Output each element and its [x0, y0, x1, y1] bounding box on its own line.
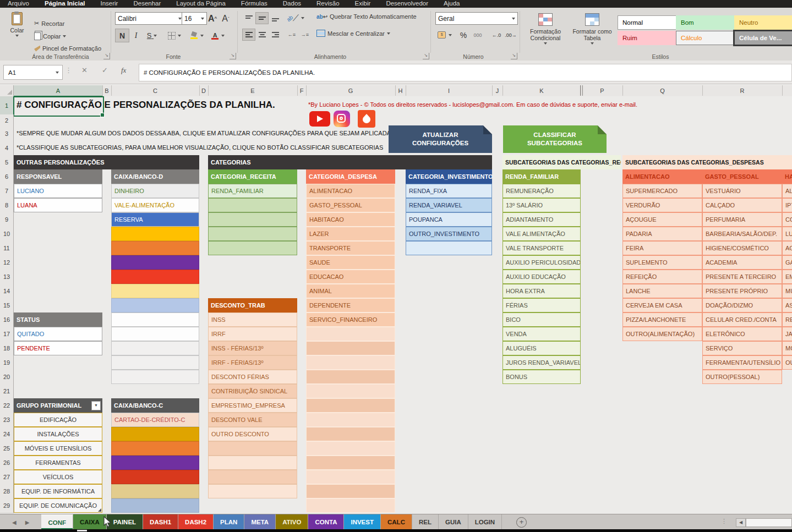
cell-K9[interactable]: ADIANTAMENTO [502, 212, 581, 227]
hscroll-left-icon[interactable]: ◀ [736, 518, 746, 527]
column-header-J[interactable]: J [492, 85, 503, 96]
cell-S12[interactable]: GÁ [782, 255, 792, 270]
font-name-combo[interactable]: Calibri [115, 12, 184, 25]
cell-R10[interactable]: BARBEARIA/SALÃO/DEP. [702, 227, 782, 241]
row-header-7[interactable]: 7 [0, 184, 14, 199]
cell-G11[interactable]: TRANSPORTE [306, 241, 395, 255]
cell-style-bom[interactable]: Bom [676, 15, 742, 30]
row-header-21[interactable]: 21 [0, 384, 14, 399]
cell-K6[interactable]: RENDA_FAMILIAR [502, 169, 581, 184]
new-sheet-button[interactable]: + [516, 517, 527, 528]
row-header-27[interactable]: 27 [0, 470, 14, 485]
cell-E11[interactable] [208, 241, 297, 255]
cell-E27[interactable] [208, 470, 297, 484]
decrease-indent-button[interactable]: ←≡ [285, 29, 298, 41]
cell-Q10[interactable]: PADARIA [622, 227, 702, 241]
row-header-24[interactable]: 24 [0, 427, 14, 442]
cell-C18[interactable] [111, 341, 199, 355]
cell-C20[interactable] [111, 370, 199, 384]
ribbon-tab-fórmulas[interactable]: Fórmulas [233, 0, 275, 8]
confirm-entry-icon[interactable]: ✓ [102, 66, 108, 74]
percent-style-button[interactable]: % [457, 29, 470, 41]
sheet-tab-meta[interactable]: META [244, 514, 276, 530]
cell-style-ruim[interactable]: Ruim [618, 31, 684, 45]
cell-S8[interactable]: IPT [782, 198, 792, 212]
classificar-subcategorias-button[interactable]: CLASSIFICARSUBCATEGORIAS [503, 125, 607, 153]
ribbon-tab-inserir[interactable]: Inserir [93, 0, 126, 8]
cell-K16[interactable]: BICO [502, 312, 581, 327]
cell-E22[interactable]: EMPRESTIMO_EMPRESA [208, 398, 297, 413]
filter-dropdown-icon[interactable]: ▼ [91, 401, 101, 410]
cell-S15[interactable]: ASS [782, 298, 792, 312]
cell-Q6[interactable]: ALIMENTACAO [622, 169, 702, 184]
cell-S14[interactable]: MU [782, 284, 792, 298]
bold-button[interactable]: N [115, 29, 129, 42]
row-header-1[interactable]: 1 [0, 96, 14, 115]
cell-E9[interactable] [208, 212, 297, 227]
horizontal-scrollbar[interactable] [746, 518, 792, 527]
cell-E18[interactable]: INSS - FÉRIAS/13º [208, 341, 297, 355]
cell-R14[interactable]: PRESENTE PRÓPRIO [702, 284, 782, 298]
cell-K10[interactable]: VALE ALIMENTAÇÃO [502, 227, 581, 241]
accounting-format-button[interactable]: $ [435, 29, 454, 41]
cell-I9[interactable]: POUPANCA [406, 212, 492, 227]
cell-R18[interactable]: SERVIÇO [702, 341, 782, 355]
grow-font-button[interactable]: A^ [206, 12, 219, 25]
wrap-text-button[interactable]: ab↩ Quebrar Texto Automaticamente [316, 13, 417, 20]
cell-R20[interactable]: OUTRO(PESSOAL) [702, 370, 782, 384]
sheet-tab-conta[interactable]: CONTA [308, 514, 344, 530]
column-header-G[interactable]: G [306, 85, 396, 96]
column-header-A[interactable]: A [14, 85, 103, 97]
cell-G12[interactable]: SAUDE [306, 255, 395, 270]
align-right-button[interactable] [269, 29, 282, 41]
align-bottom-button[interactable] [269, 12, 282, 24]
ribbon-tab-revisão[interactable]: Revisão [309, 0, 347, 8]
select-all-corner[interactable] [0, 85, 14, 96]
cell-E16[interactable]: INSS [208, 312, 297, 327]
cell-K8[interactable]: 13º SALÁRIO [502, 198, 581, 212]
cell-K20[interactable]: BONUS [502, 370, 581, 384]
selection-fill-handle[interactable] [100, 113, 105, 117]
cell-G25[interactable] [306, 441, 395, 456]
row-header-15[interactable]: 15 [0, 298, 14, 313]
number-format-combo[interactable]: Geral [435, 12, 518, 25]
cell-R12[interactable]: ACADEMIA [702, 255, 782, 270]
cell-E10[interactable] [208, 227, 297, 241]
cell-S6[interactable]: HA [782, 169, 792, 184]
cell-E15[interactable]: DESCONTO_TRAB [208, 298, 297, 312]
cell-R19[interactable]: FERRAMENTA/UTENSÍLIO [702, 355, 782, 370]
tab-scroll-left-icon[interactable]: ◀ [8, 514, 21, 530]
cell-G13[interactable]: EDUCACAO [306, 270, 395, 284]
cell-G10[interactable]: LAZER [306, 227, 395, 241]
cell-G23[interactable] [306, 413, 395, 427]
cell-Q13[interactable]: REFEIÇÃO [622, 270, 702, 284]
sheet-tab-rel[interactable]: REL [412, 514, 439, 530]
instagram-icon[interactable] [334, 111, 350, 127]
cell-C29[interactable] [111, 498, 199, 513]
underline-button[interactable]: S [143, 29, 161, 42]
cut-button[interactable]: ✂Recortar [34, 20, 64, 27]
cell-Q17[interactable]: OUTRO(ALIMENTAÇÃO) [622, 327, 702, 341]
row-header-29[interactable]: 29 [0, 498, 14, 513]
cell-A16[interactable]: STATUS [14, 312, 102, 327]
cell-R11[interactable]: HIGIENE/COSMÉTICO [702, 241, 782, 255]
cell-G16[interactable]: SERVICO_FINANCEIRO [306, 312, 395, 327]
cell-R8[interactable]: CALÇADO [702, 198, 782, 212]
ribbon-tab-ajuda[interactable]: Ajuda [436, 0, 467, 8]
cell-R16[interactable]: CELULAR CRED./CONTA [702, 312, 782, 327]
cell-I10[interactable]: OUTRO_INVESTIMENTO [406, 227, 492, 241]
cell-G24[interactable] [306, 427, 395, 441]
sheet-tab-invest[interactable]: INVEST [344, 514, 381, 530]
cell-R15[interactable]: DOAÇÃO/DIZMO [702, 298, 782, 312]
cell-K19[interactable]: JUROS RENDA_VARIAVELS [502, 355, 581, 370]
format-painter-button[interactable]: Pincel de Formatação [34, 45, 101, 52]
align-center-button[interactable] [255, 29, 269, 41]
font-color-button[interactable]: A [208, 29, 228, 42]
column-header-Q[interactable]: Q [622, 85, 703, 96]
cell-C16[interactable] [111, 312, 199, 327]
cell-G29[interactable] [306, 498, 395, 513]
column-header-E[interactable]: E [208, 85, 298, 96]
cell-Q11[interactable]: FEIRA [622, 241, 702, 255]
cell-E21[interactable]: CONTRIBUIÇÃO SINDICAL [208, 384, 297, 398]
cell-K11[interactable]: VALE TRANSPORTE [502, 241, 581, 255]
